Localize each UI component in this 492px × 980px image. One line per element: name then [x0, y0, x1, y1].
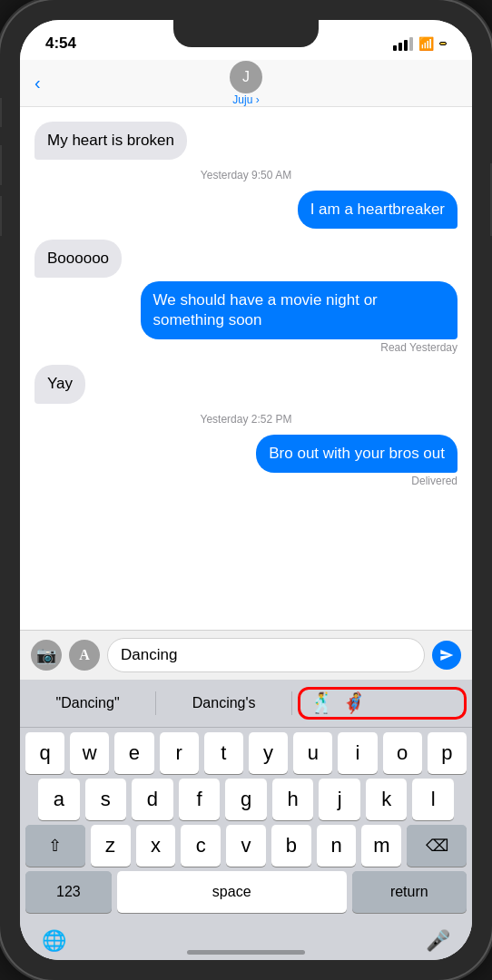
key-p[interactable]: p — [428, 732, 467, 774]
key-c[interactable]: c — [181, 825, 221, 867]
input-area: 📷 A Dancing — [20, 630, 472, 680]
notch — [173, 20, 319, 47]
key-s[interactable]: s — [85, 779, 127, 820]
globe-icon[interactable]: 🌐 — [42, 929, 66, 953]
mic-icon[interactable]: 🎤 — [426, 929, 450, 953]
camera-icon: 📷 — [36, 645, 56, 665]
message-bubble[interactable]: Bro out with your bros out — [256, 435, 458, 473]
mute-button[interactable] — [0, 98, 2, 127]
battery-icon — [439, 42, 447, 45]
message-row: Yay — [34, 365, 458, 403]
message-text: Yay — [47, 375, 73, 392]
keyboard-row-1: q w e r t y u i o p — [20, 728, 472, 774]
keyboard-row-2: a s d f g h j k l — [20, 774, 472, 820]
key-l[interactable]: l — [412, 779, 454, 820]
key-b[interactable]: b — [271, 825, 311, 867]
delivered-status: Delivered — [411, 475, 458, 487]
key-r[interactable]: r — [160, 732, 199, 774]
key-u[interactable]: u — [293, 732, 332, 774]
timestamp: Yesterday 2:52 PM — [34, 413, 458, 426]
key-n[interactable]: n — [317, 825, 357, 867]
key-q[interactable]: q — [25, 732, 64, 774]
autocomplete-option-2[interactable]: Dancing's — [156, 691, 292, 715]
message-row: I am a heartbreaker — [34, 191, 458, 229]
message-row: We should have a movie night or somethin… — [34, 281, 458, 354]
back-icon: ‹ — [34, 73, 41, 93]
chat-area: My heart is broken Yesterday 9:50 AM I a… — [20, 107, 472, 630]
message-text: My heart is broken — [47, 132, 174, 149]
signal-icon — [393, 37, 413, 51]
shift-key[interactable]: ⇧ — [25, 825, 85, 867]
input-row: 📷 A Dancing — [31, 638, 461, 672]
emoji-superhero-icon[interactable]: 🦸 — [341, 691, 366, 715]
message-text: I am a heartbreaker — [310, 201, 445, 218]
key-e[interactable]: e — [114, 732, 153, 774]
read-status: Read Yesterday — [380, 341, 458, 354]
nav-bar: ‹ J Juju › — [20, 60, 472, 107]
send-icon — [439, 648, 454, 662]
autocomplete-option-1[interactable]: "Dancing" — [20, 691, 156, 715]
message-row: Bro out with your bros out Delivered — [34, 435, 458, 487]
key-k[interactable]: k — [366, 779, 408, 820]
back-button[interactable]: ‹ — [34, 73, 41, 93]
space-key[interactable]: space — [117, 871, 347, 913]
key-o[interactable]: o — [383, 732, 422, 774]
apps-button[interactable]: A — [69, 640, 100, 671]
key-a[interactable]: a — [38, 779, 80, 820]
key-m[interactable]: m — [361, 825, 401, 867]
key-d[interactable]: d — [132, 779, 173, 820]
message-text: Bro out with your bros out — [269, 445, 445, 462]
message-bubble[interactable]: We should have a movie night or somethin… — [141, 281, 458, 339]
message-text: Boooooo — [47, 250, 109, 267]
volume-up-button[interactable] — [0, 145, 2, 185]
key-y[interactable]: y — [249, 732, 288, 774]
message-input[interactable]: Dancing — [121, 646, 177, 664]
autocomplete-bar: "Dancing" Dancing's 🕺 🦸 — [20, 680, 472, 728]
home-indicator[interactable] — [187, 950, 305, 955]
key-h[interactable]: h — [272, 779, 314, 820]
key-x[interactable]: x — [136, 825, 176, 867]
autocomplete-emoji-options[interactable]: 🕺 🦸 — [298, 687, 467, 720]
return-key[interactable]: return — [352, 871, 467, 913]
delete-icon: ⌫ — [426, 836, 448, 856]
key-f[interactable]: f — [179, 779, 221, 820]
message-text: We should have a movie night or somethin… — [153, 291, 378, 328]
message-row: Boooooo — [34, 240, 458, 278]
keyboard-row-3: ⇧ z x c v b n m ⌫ — [20, 820, 472, 867]
phone-screen: 4:54 📶 ‹ J Juju › — [20, 20, 472, 960]
apps-icon: A — [79, 647, 90, 663]
key-g[interactable]: g — [225, 779, 267, 820]
keyboard: q w e r t y u i o p a s d f g h j k — [20, 728, 472, 960]
camera-button[interactable]: 📷 — [31, 640, 62, 671]
contact-name: Juju › — [232, 93, 259, 106]
key-w[interactable]: w — [70, 732, 109, 774]
key-z[interactable]: z — [91, 825, 131, 867]
status-time: 4:54 — [45, 34, 76, 53]
status-icons: 📶 — [393, 36, 447, 51]
contact-info[interactable]: J Juju › — [230, 61, 262, 106]
message-bubble[interactable]: Boooooo — [34, 240, 122, 278]
key-i[interactable]: i — [338, 732, 377, 774]
message-bubble[interactable]: My heart is broken — [34, 122, 187, 160]
keyboard-row-4: 123 space return — [20, 867, 472, 918]
wifi-icon: 📶 — [418, 36, 434, 51]
key-v[interactable]: v — [226, 825, 266, 867]
delete-key[interactable]: ⌫ — [407, 825, 467, 867]
send-button[interactable] — [432, 641, 461, 670]
volume-down-button[interactable] — [0, 196, 2, 236]
key-j[interactable]: j — [319, 779, 360, 820]
contact-avatar: J — [230, 61, 262, 93]
message-input-wrap[interactable]: Dancing — [107, 638, 425, 672]
message-bubble[interactable]: Yay — [34, 365, 85, 403]
numbers-key[interactable]: 123 — [25, 871, 112, 913]
shift-icon: ⇧ — [48, 836, 62, 856]
key-t[interactable]: t — [204, 732, 243, 774]
emoji-dancer-icon[interactable]: 🕺 — [310, 691, 334, 715]
timestamp: Yesterday 9:50 AM — [34, 169, 458, 181]
message-bubble[interactable]: I am a heartbreaker — [298, 191, 458, 229]
message-row: My heart is broken — [34, 122, 458, 160]
phone-frame: 4:54 📶 ‹ J Juju › — [0, 0, 492, 980]
